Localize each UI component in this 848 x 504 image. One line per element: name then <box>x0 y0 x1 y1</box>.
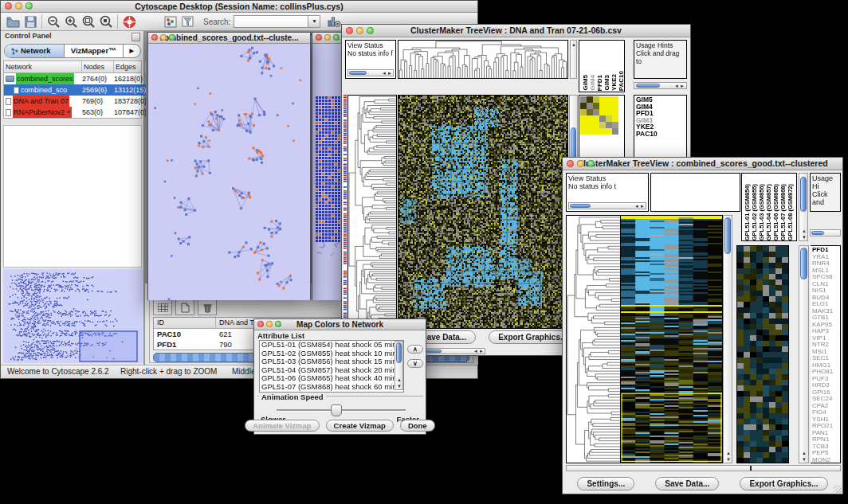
attribute-list-item[interactable]: GPL51-01 (GSM854) heat shock 05 min <box>260 341 403 350</box>
minimize-button[interactable] <box>160 34 167 41</box>
tv1-column-labels: GIM5GIM4PFD1GIM3YKE2PAC10 <box>579 40 625 92</box>
tv1-mini-scrollbar[interactable]: ▲ <box>570 40 577 79</box>
open-session-icon[interactable] <box>4 14 22 29</box>
move-attribute-up-button[interactable]: ∧ <box>407 345 423 354</box>
map-dialog-titlebar[interactable]: Map Colors to Network <box>254 319 426 330</box>
column-header[interactable]: Edges <box>114 61 146 72</box>
array-dendrogram-canvas <box>398 41 567 78</box>
zoom-out-icon[interactable] <box>45 14 62 29</box>
tv1-global-heatmap[interactable] <box>398 95 568 329</box>
close-button[interactable] <box>257 321 264 327</box>
treeview-button[interactable]: Export Graphics... <box>740 477 827 490</box>
attribute-column-header[interactable]: ID <box>154 318 216 328</box>
network-edges-count: 16218(0) <box>114 73 146 84</box>
network-canvas[interactable] <box>148 44 310 300</box>
search-dropdown-arrow[interactable]: ▼ <box>308 15 320 28</box>
dialog-button[interactable]: Create Vizmap <box>326 420 394 432</box>
filter-icon[interactable] <box>179 14 197 29</box>
tab-network[interactable]: Network <box>5 45 65 57</box>
new-attribute-icon[interactable] <box>175 299 194 315</box>
zoom-button[interactable] <box>333 34 340 41</box>
network-table: NetworkNodesEdges combined_scores 2764(0… <box>3 61 142 119</box>
tab-overflow-arrow[interactable]: ▶ <box>123 45 140 57</box>
network-list-row[interactable]: RNAPuberNov2 + 563(0) 107847(0) <box>4 107 141 118</box>
gene-dendrogram-canvas <box>348 96 396 328</box>
delete-attribute-icon[interactable] <box>198 299 217 315</box>
tv2-gene-dendrogram[interactable] <box>566 215 620 463</box>
tv2-zoom-heatmap[interactable] <box>736 245 789 463</box>
tv1-gene-dendrogram[interactable] <box>347 95 397 329</box>
minimize-button[interactable] <box>577 160 584 167</box>
save-session-icon[interactable] <box>22 14 39 29</box>
dialog-button[interactable]: Done <box>400 420 435 432</box>
resize-grip[interactable] <box>834 485 842 493</box>
column-header[interactable]: Network <box>4 61 82 72</box>
treeview-button[interactable]: Save Data... <box>655 477 719 490</box>
network-list-row[interactable]: DNA and Tran 07 769(0) 183728(0) <box>4 96 141 107</box>
close-button[interactable] <box>346 27 353 34</box>
help-lifesaver-icon[interactable] <box>120 14 138 29</box>
close-button[interactable] <box>5 2 12 10</box>
network-table-header[interactable]: NetworkNodesEdges <box>4 61 141 73</box>
zoom-button[interactable] <box>275 321 281 327</box>
zoom-button[interactable] <box>587 160 595 167</box>
column-label: GPL51-04 (GSM857) <box>765 184 772 240</box>
select-attributes-icon[interactable] <box>153 299 172 315</box>
vizmapper-icon[interactable] <box>162 14 179 29</box>
network-canvas-grid[interactable] <box>312 44 342 300</box>
minimize-button[interactable] <box>15 2 22 10</box>
attribute-list-item[interactable]: GPL51-06 (GSM865) heat shock 40 min <box>260 374 403 383</box>
dialog-button[interactable]: Animate Vizmap <box>245 420 319 432</box>
speed-slider-thumb[interactable] <box>331 404 342 416</box>
birdseye-overview[interactable] <box>3 269 143 363</box>
float-panel-icon[interactable] <box>132 33 140 41</box>
treeview-button[interactable]: Settings... <box>577 477 634 490</box>
treeview2-titlebar[interactable]: ClusterMaker TreeView : combined_scores_… <box>563 158 842 170</box>
view-status-scrollbar[interactable]: ◄► <box>347 69 394 76</box>
column-label: GIM5 <box>582 75 589 91</box>
gene-label[interactable]: PAC10 <box>636 131 686 138</box>
attribute-list-item[interactable]: GPL51-03 (GSM856) heat shock 15 min <box>260 357 403 366</box>
tv2-hscrollbar[interactable] <box>566 465 841 471</box>
control-panel-header: Control Panel <box>2 31 143 43</box>
close-button[interactable] <box>151 34 158 41</box>
gene-label[interactable]: MON2 <box>812 457 840 464</box>
attribute-list-item[interactable]: GPL51-07 (GSM868) heat shock 60 min <box>260 383 403 392</box>
usage-hints-text: Click and <box>812 190 828 206</box>
attribute-list-scrollbar[interactable]: ▲▼ <box>395 341 403 390</box>
network-list-row[interactable]: combined_sco 2569(6) 13112(15) <box>4 84 141 96</box>
close-button[interactable] <box>316 34 322 41</box>
column-header[interactable]: Nodes <box>82 61 114 72</box>
network-list-row[interactable]: combined_scores 2764(0) 16218(0) <box>4 73 141 84</box>
tv2-global-heatmap[interactable] <box>620 215 723 463</box>
attribute-row-id: PAC10 <box>154 329 216 339</box>
zoom-selected-icon[interactable] <box>97 14 115 29</box>
column-label: PFD1 <box>596 75 603 91</box>
attribute-listbox[interactable]: GPL51-01 (GSM854) heat shock 05 minGPL51… <box>259 340 404 393</box>
tv2-usage-scrollbar[interactable] <box>810 229 841 236</box>
tv2-labels-scrollbar[interactable]: ▲▼ <box>799 173 808 241</box>
zoom-button[interactable] <box>26 2 33 10</box>
tv2-vscrollbar-1[interactable]: ▲▼ <box>723 215 732 463</box>
tab-vizmapper[interactable]: VizMapper™ <box>65 45 123 57</box>
usage-hints-label: Usage Hi <box>812 174 833 190</box>
tv1-usage-scrollbar[interactable]: ◄► <box>634 82 687 89</box>
zoom-button[interactable] <box>367 27 374 34</box>
treeview1-titlebar[interactable]: ClusterMaker TreeView : DNA and Tran 07-… <box>342 25 690 37</box>
network-window-2-titlebar[interactable] <box>312 33 342 44</box>
network-window-1-titlebar[interactable]: combined_scores_good.txt--cluste... <box>148 33 310 44</box>
tv2-array-dendrogram[interactable] <box>650 173 740 212</box>
minimize-button[interactable] <box>266 321 273 327</box>
search-combobox[interactable]: ▼ <box>234 15 320 28</box>
tv1-array-dendrogram[interactable] <box>398 40 568 79</box>
view-status-scrollbar[interactable]: ◄► <box>568 202 646 209</box>
zoom-in-icon[interactable] <box>62 14 80 29</box>
close-button[interactable] <box>567 160 574 167</box>
zoom-fit-icon[interactable] <box>80 14 97 29</box>
move-attribute-down-button[interactable]: ∨ <box>407 359 423 368</box>
main-title-bar[interactable]: Cytoscape Desktop (Session Name: collins… <box>1 1 477 13</box>
zoom-button[interactable] <box>169 34 175 41</box>
minimize-button[interactable] <box>356 27 363 34</box>
tv2-vscrollbar-2[interactable]: ▲▼ <box>799 245 809 463</box>
minimize-button[interactable] <box>324 34 331 41</box>
